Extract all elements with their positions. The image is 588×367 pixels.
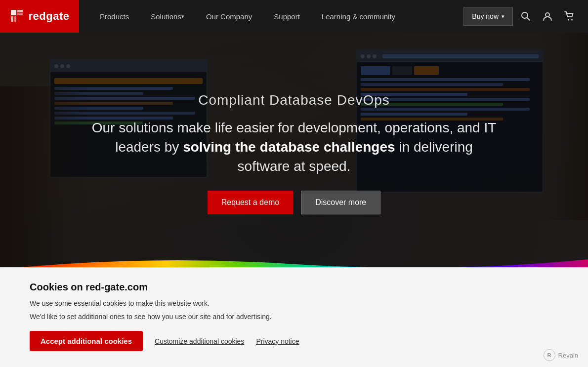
privacy-notice-link[interactable]: Privacy notice — [256, 337, 299, 345]
search-button[interactable] — [517, 7, 535, 25]
hero-subtitle: Our solutions make life easier for devel… — [91, 118, 497, 176]
revain-text: Revain — [558, 352, 578, 359]
cookie-text-2: We'd like to set additional ones to see … — [30, 311, 558, 322]
revain-icon: R — [544, 349, 555, 361]
nav-learning-community[interactable]: Learning & community — [311, 0, 406, 33]
hero-buttons: Request a demo Discover more — [208, 191, 381, 214]
nav-products[interactable]: Products — [89, 0, 140, 33]
customize-cookies-button[interactable]: Customize additional cookies — [155, 337, 244, 345]
svg-point-9 — [571, 19, 573, 21]
hero-title: Compliant Database DevOps — [198, 92, 390, 108]
cart-button[interactable] — [560, 7, 578, 25]
svg-rect-2 — [17, 13, 23, 15]
logo-icon — [10, 9, 25, 24]
user-icon — [543, 11, 552, 21]
nav-links: Products Solutions Our Company Support L… — [79, 0, 463, 33]
svg-point-5 — [522, 12, 528, 18]
nav-support[interactable]: Support — [263, 0, 311, 33]
cookie-actions: Accept additional cookies Customize addi… — [30, 331, 558, 351]
cookie-banner: Cookies on red-gate.com We use some esse… — [0, 267, 588, 367]
logo[interactable]: redgate — [0, 0, 79, 33]
cookie-text-1: We use some essential cookies to make th… — [30, 298, 558, 309]
cart-icon — [564, 11, 574, 21]
main-nav: redgate Products Solutions Our Company S… — [0, 0, 588, 33]
user-account-button[interactable] — [539, 7, 556, 25]
discover-more-button[interactable]: Discover more — [301, 191, 380, 214]
svg-rect-1 — [17, 10, 23, 12]
svg-rect-0 — [11, 10, 16, 15]
svg-line-6 — [527, 18, 530, 20]
cookie-title: Cookies on red-gate.com — [30, 282, 558, 293]
buy-now-button[interactable]: Buy now — [463, 7, 513, 26]
revain-badge: R Revain — [544, 349, 578, 361]
request-demo-button[interactable]: Request a demo — [208, 191, 293, 214]
svg-rect-3 — [11, 16, 13, 22]
hero-content: Compliant Database DevOps Our solutions … — [0, 33, 588, 274]
search-icon — [521, 11, 531, 21]
svg-rect-4 — [14, 16, 16, 22]
nav-solutions[interactable]: Solutions — [140, 0, 195, 33]
svg-point-7 — [546, 13, 549, 17]
hero-section: Compliant Database DevOps Our solutions … — [0, 0, 588, 274]
logo-text: redgate — [29, 10, 70, 23]
nav-actions: Buy now — [463, 7, 588, 26]
accept-cookies-button[interactable]: Accept additional cookies — [30, 331, 143, 351]
svg-point-8 — [568, 19, 569, 21]
nav-our-company[interactable]: Our Company — [195, 0, 263, 33]
